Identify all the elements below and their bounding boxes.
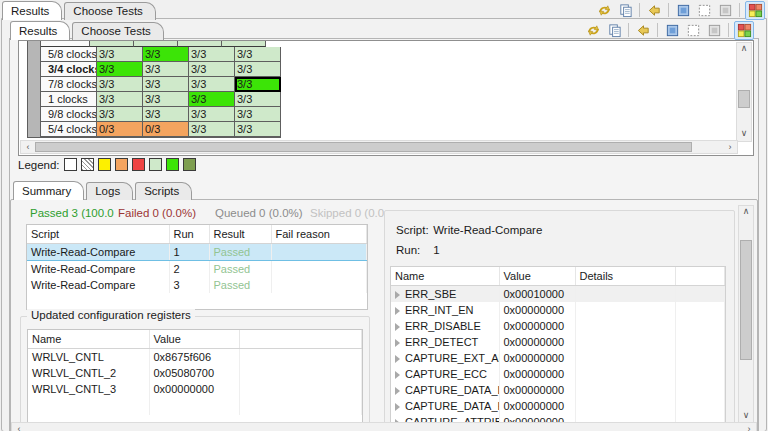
column-header-run[interactable]: Run [169, 225, 209, 244]
grid-cell[interactable]: 3/3 [97, 62, 143, 77]
column-header-fail-reason[interactable]: Fail reason [271, 225, 367, 244]
register-row[interactable]: ERR_DETECT 0x00000000 [391, 334, 725, 350]
grid-row-label[interactable]: 9/8 clocks [41, 107, 97, 122]
refresh-icon[interactable] [595, 2, 613, 19]
scroll-down-icon[interactable]: ∨ [737, 128, 751, 141]
scroll-left-icon[interactable]: ‹ [12, 423, 26, 431]
grid-cell[interactable]: 3/3 [235, 62, 281, 77]
column-header-value[interactable]: Value [499, 267, 575, 286]
column-header-value[interactable]: Value [149, 330, 239, 349]
yellow-swatch [98, 158, 111, 171]
expand-icon[interactable] [395, 291, 400, 299]
expand-icon[interactable] [395, 371, 400, 379]
grid-cell[interactable]: 3/3 [189, 47, 235, 62]
grid-cell[interactable]: 0/3 [143, 122, 189, 137]
back-arrow-icon[interactable] [645, 2, 663, 19]
config-register-row[interactable]: WRLVL_CNTL_3 0x00000000 [28, 381, 362, 397]
blue-square-icon[interactable] [663, 22, 681, 39]
scroll-right-icon[interactable]: › [742, 423, 756, 431]
grid-cell[interactable]: 3/3 [189, 62, 235, 77]
scroll-up-icon[interactable]: ∧ [739, 206, 753, 219]
grid-cell[interactable]: 3/3 [143, 92, 189, 107]
grid-row-label[interactable]: 3/4 clocks [41, 62, 97, 77]
grid-cell[interactable]: 3/3 [235, 107, 281, 122]
refresh-icon[interactable] [584, 22, 602, 39]
copy-icon[interactable] [605, 22, 623, 39]
detail-run-line: Run: 1 [396, 244, 440, 256]
column-header-result[interactable]: Result [209, 225, 271, 244]
green-swatch [166, 158, 179, 171]
scroll-up-icon[interactable]: ∧ [737, 43, 751, 56]
config-register-row[interactable]: WRLVL_CNTL_2 0x05080700 [28, 365, 362, 381]
column-header-script[interactable]: Script [27, 225, 169, 244]
grid-vertical-scrollbar[interactable]: ∧ ∨ [736, 42, 752, 142]
grid-row-label[interactable]: 1 clocks [41, 92, 97, 107]
grid-cell[interactable]: 3/3 [189, 92, 235, 107]
grid-cell[interactable]: 3/3 [97, 77, 143, 92]
grid-cell[interactable]: 3/3 [189, 77, 235, 92]
grid-cell[interactable]: 3/3 [189, 122, 235, 137]
column-header-details[interactable]: Details [575, 267, 675, 286]
grid-cell[interactable]: 3/3 [235, 92, 281, 107]
grid-row-label[interactable]: 5/8 clocks [41, 47, 97, 62]
register-row[interactable]: ERR_INT_EN 0x00000000 [391, 302, 725, 318]
color-grid-icon[interactable] [745, 1, 765, 20]
grid-cell[interactable]: 3/3 [97, 92, 143, 107]
inner-tab-choose-tests[interactable]: Choose Tests [72, 22, 163, 40]
expand-icon[interactable] [395, 355, 400, 363]
color-grid-icon[interactable] [734, 21, 754, 40]
expand-icon[interactable] [395, 307, 400, 315]
back-arrow-icon[interactable] [634, 22, 652, 39]
register-row[interactable]: CAPTURE_DATA_LO 0x00000000 [391, 382, 725, 398]
tab-logs[interactable]: Logs [86, 182, 133, 200]
grid-cell[interactable]: 3/3 [143, 107, 189, 122]
register-row[interactable]: ERR_SBE 0x00010000 [391, 286, 725, 303]
grid-cell[interactable]: 3/3 [143, 47, 189, 62]
script-run-row[interactable]: Write-Read-Compare 3 Passed [27, 277, 367, 293]
config-register-row[interactable]: WRLVL_CNTL 0x8675f606 [28, 349, 362, 366]
column-header-name[interactable]: Name [391, 267, 499, 286]
inner-tab-results[interactable]: Results [10, 21, 70, 40]
empty-row [28, 397, 362, 415]
tab-summary[interactable]: Summary [13, 181, 84, 200]
grid-cell[interactable]: 0/3 [97, 122, 143, 137]
copy-icon[interactable] [616, 2, 634, 19]
column-header-name[interactable]: Name [28, 330, 149, 349]
expand-icon[interactable] [395, 339, 400, 347]
register-row[interactable]: CAPTURE_ECC 0x00000000 [391, 366, 725, 382]
gray-square-icon[interactable] [716, 2, 734, 19]
scroll-right-icon[interactable]: › [723, 141, 737, 153]
register-row[interactable]: CAPTURE_EXT_ADDR 0x00000000 [391, 350, 725, 366]
register-row[interactable]: CAPTURE_DATA_HI 0x00000000 [391, 398, 725, 414]
outer-tab-results[interactable]: Results [2, 1, 62, 20]
expand-icon[interactable] [395, 403, 400, 411]
scrollbar-thumb[interactable] [740, 240, 752, 360]
expand-icon[interactable] [395, 323, 400, 331]
blue-square-icon[interactable] [674, 2, 692, 19]
grid-row-label[interactable]: 7/8 clocks [41, 77, 97, 92]
scroll-left-icon[interactable]: ‹ [21, 141, 35, 153]
grid-cell-selected[interactable]: 3/3 [235, 77, 281, 92]
script-run-row[interactable]: Write-Read-Compare 2 Passed [27, 261, 367, 278]
scrollbar-thumb[interactable] [738, 90, 750, 108]
summary-vertical-scrollbar[interactable]: ∧ ∨ [738, 205, 754, 424]
grid-cell[interactable]: 3/3 [143, 77, 189, 92]
grid-cell[interactable]: 3/3 [97, 107, 143, 122]
tab-scripts[interactable]: Scripts [135, 182, 192, 200]
grid-cell[interactable]: 3/3 [143, 62, 189, 77]
grid-cell[interactable]: 3/3 [235, 122, 281, 137]
grid-cell[interactable]: 3/3 [189, 107, 235, 122]
register-row[interactable]: ERR_DISABLE 0x00000000 [391, 318, 725, 334]
outer-tab-choose-tests[interactable]: Choose Tests [64, 2, 155, 20]
scrollbar-thumb[interactable] [35, 142, 692, 152]
grid-cell[interactable]: 3/3 [235, 47, 281, 62]
grid-cell[interactable]: 3/3 [97, 47, 143, 62]
grid-horizontal-scrollbar[interactable]: ‹ › [20, 140, 738, 154]
dashed-square-icon[interactable] [695, 2, 713, 19]
script-run-row-selected[interactable]: Write-Read-Compare 1 Passed [27, 244, 367, 261]
dashed-square-icon[interactable] [684, 22, 702, 39]
grid-row-label[interactable]: 5/4 clocks [41, 122, 97, 137]
expand-icon[interactable] [395, 387, 400, 395]
gray-square-icon[interactable] [705, 22, 723, 39]
summary-horizontal-scrollbar[interactable]: ‹ › [11, 422, 757, 431]
